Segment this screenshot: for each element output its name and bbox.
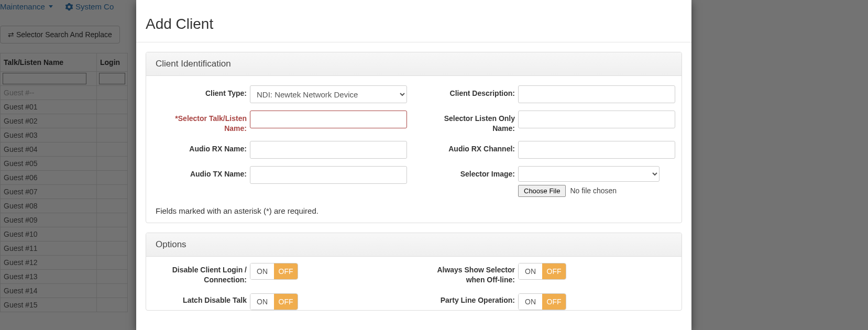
- choose-file-button[interactable]: Choose File: [518, 185, 566, 197]
- menu-system-config[interactable]: System Co: [65, 2, 114, 11]
- selector-talk-listen-name-input[interactable]: [250, 111, 407, 128]
- table-row[interactable]: Guest #03: [1, 128, 97, 142]
- audio-tx-name-input[interactable]: [250, 166, 407, 184]
- table-row[interactable]: Guest #08: [1, 199, 97, 213]
- table-row[interactable]: Guest #04: [1, 142, 97, 157]
- table-row[interactable]: Guest #15: [1, 298, 97, 312]
- toggle-always-show-selector[interactable]: ON OFF: [518, 263, 566, 280]
- add-client-modal: Add Client Client Identification Client …: [136, 0, 691, 330]
- label-audio-tx-name: Audio TX Name:: [156, 166, 250, 179]
- filter-talk-listen[interactable]: [3, 73, 86, 84]
- label-selector-listen-only-name: Selector Listen Only Name:: [424, 111, 518, 134]
- menu-system-config-label: System Co: [75, 2, 114, 11]
- label-party-line-operation: Party Line Operation:: [424, 293, 518, 305]
- clients-table: Talk/Listen Name Login Guest #-- Guest #…: [0, 53, 128, 312]
- toggle-off: OFF: [274, 263, 298, 279]
- toggle-off: OFF: [542, 294, 566, 310]
- panel-options: Options Disable Client Login / Connectio…: [146, 233, 682, 311]
- filter-login[interactable]: [99, 73, 125, 84]
- label-disable-client-login: Disable Client Login / Connection:: [156, 263, 250, 285]
- toggle-party-line-operation[interactable]: ON OFF: [518, 293, 566, 310]
- options-grid: Disable Client Login / Connection: ON OF…: [156, 263, 672, 310]
- table-row[interactable]: Guest #09: [1, 213, 97, 227]
- table-row[interactable]: Guest #06: [1, 171, 97, 185]
- table-row[interactable]: Guest #11: [1, 241, 97, 256]
- toggle-disable-client-login[interactable]: ON OFF: [250, 263, 298, 280]
- label-selector-talk-listen-name: *Selector Talk/Listen Name:: [156, 111, 250, 134]
- modal-header: Add Client: [136, 0, 691, 42]
- label-audio-rx-channel: Audio RX Channel:: [424, 141, 518, 154]
- toggle-latch-disable-talk[interactable]: ON OFF: [250, 293, 298, 310]
- panel-client-identification: Client Identification Client Type: NDI: …: [146, 52, 682, 223]
- toggle-off: OFF: [274, 294, 298, 310]
- table-row[interactable]: Guest #02: [1, 114, 97, 128]
- toggle-off: OFF: [542, 263, 566, 279]
- chevron-down-icon: [49, 5, 53, 8]
- modal-title: Add Client: [146, 16, 682, 32]
- col-header-talk-listen: Talk/Listen Name: [1, 53, 97, 72]
- label-always-show-selector: Always Show Selector when Off-line:: [424, 263, 518, 285]
- audio-rx-name-input[interactable]: [250, 141, 407, 159]
- menu-maintenance[interactable]: Maintenance: [0, 2, 53, 11]
- menu-maintenance-label: Maintenance: [0, 2, 45, 11]
- col-header-login: Login: [97, 53, 128, 72]
- required-fields-note: Fields marked with an asterisk (*) are r…: [156, 206, 672, 215]
- label-selector-image: Selector Image:: [424, 166, 518, 179]
- table-row[interactable]: Guest #05: [1, 157, 97, 171]
- label-client-description: Client Description:: [424, 85, 518, 98]
- label-client-type: Client Type:: [156, 85, 250, 98]
- table-row[interactable]: Guest #12: [1, 256, 97, 270]
- identification-form-grid: Client Type: NDI: Newtek Network Device …: [156, 85, 672, 197]
- file-chosen-status: No file chosen: [570, 186, 617, 195]
- selector-image-select[interactable]: [518, 166, 660, 182]
- selector-search-replace-button[interactable]: ⇄ Selector Search And Replace: [0, 26, 120, 43]
- gear-icon: [65, 3, 73, 10]
- selector-listen-only-name-input[interactable]: [518, 111, 675, 128]
- label-latch-disable-talk: Latch Disable Talk: [156, 293, 250, 305]
- panel-heading-options: Options: [146, 233, 682, 257]
- file-picker: Choose File No file chosen: [518, 185, 675, 197]
- label-audio-rx-name: Audio RX Name:: [156, 141, 250, 154]
- table-placeholder: Guest #--: [1, 86, 97, 100]
- table-row[interactable]: Guest #10: [1, 227, 97, 241]
- toggle-on: ON: [519, 294, 542, 310]
- table-row[interactable]: Guest #07: [1, 185, 97, 199]
- audio-rx-channel-input[interactable]: [518, 141, 675, 159]
- table-row[interactable]: Guest #14: [1, 284, 97, 298]
- panel-heading-identification: Client Identification: [146, 52, 682, 76]
- table-row[interactable]: Guest #01: [1, 100, 97, 114]
- client-description-input[interactable]: [518, 85, 675, 103]
- modal-body: Client Identification Client Type: NDI: …: [136, 52, 691, 311]
- toggle-on: ON: [250, 263, 274, 279]
- client-type-select[interactable]: NDI: Newtek Network Device: [250, 85, 407, 103]
- toggle-on: ON: [519, 263, 542, 279]
- toggle-on: ON: [250, 294, 274, 310]
- table-row[interactable]: Guest #13: [1, 270, 97, 284]
